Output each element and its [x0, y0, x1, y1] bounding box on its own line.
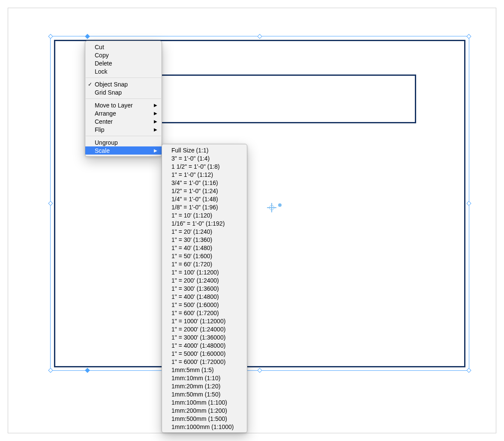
menu-item-label: Move to Layer — [95, 102, 154, 109]
scale-option[interactable]: 1mm:500mm (1:500) — [162, 414, 247, 423]
menu-item-label: 3/4" = 1'-0" (1:16) — [171, 179, 239, 186]
scale-option[interactable]: 1/4" = 1'-0" (1:48) — [162, 195, 247, 203]
scale-option[interactable]: Full Size (1:1) — [162, 146, 247, 154]
menu-item-label: Scale — [95, 147, 154, 154]
menu-item-label: 1mm:100mm (1:100) — [171, 399, 239, 406]
menu-item-label: Center — [95, 118, 154, 125]
menu-item-label: 1mm:200mm (1:200) — [171, 407, 239, 414]
app-window: Cut Copy Delete Lock ✓Object Snap Grid S… — [8, 8, 496, 433]
scale-option[interactable]: 1" = 40' (1:480) — [162, 244, 247, 252]
scale-option[interactable]: 1/2" = 1'-0" (1:24) — [162, 187, 247, 195]
selection-handle[interactable] — [257, 368, 262, 372]
menu-item-label: 1" = 4000' (1:48000) — [171, 342, 239, 349]
scale-option[interactable]: 1" = 2000' (1:24000) — [162, 325, 247, 333]
menu-item-lock[interactable]: Lock — [85, 67, 162, 75]
scale-option[interactable]: 1" = 300' (1:3600) — [162, 284, 247, 292]
scale-option[interactable]: 1" = 400' (1:4800) — [162, 292, 247, 301]
scale-option[interactable]: 1mm:100mm (1:100) — [162, 398, 247, 406]
menu-separator — [86, 98, 161, 99]
menu-item-move-to-layer[interactable]: Move to Layer▶ — [85, 101, 162, 109]
scale-option[interactable]: 1mm:10mm (1:10) — [162, 374, 247, 382]
scale-option[interactable]: 3/4" = 1'-0" (1:16) — [162, 179, 247, 187]
menu-item-label: 1" = 100' (1:1200) — [171, 269, 239, 276]
menu-item-flip[interactable]: Flip▶ — [85, 125, 162, 134]
menu-separator — [86, 77, 161, 78]
menu-item-cut[interactable]: Cut — [85, 43, 162, 51]
scale-option[interactable]: 1" = 100' (1:1200) — [162, 268, 247, 276]
menu-item-label: Delete — [95, 60, 154, 67]
selection-handle[interactable] — [466, 201, 471, 206]
rotate-handle[interactable] — [85, 368, 90, 372]
submenu-arrow-icon: ▶ — [154, 127, 157, 132]
menu-item-label: 1" = 40' (1:480) — [171, 244, 239, 251]
menu-item-label: Arrange — [95, 110, 154, 117]
scale-option[interactable]: 3" = 1'-0" (1:4) — [162, 154, 247, 162]
origin-point-icon — [278, 203, 282, 207]
scale-option[interactable]: 1" = 60' (1:720) — [162, 260, 247, 268]
scale-option[interactable]: 1" = 6000' (1:72000) — [162, 358, 247, 366]
menu-item-object-snap[interactable]: ✓Object Snap — [85, 80, 162, 88]
selection-handle[interactable] — [48, 201, 53, 206]
menu-item-center[interactable]: Center▶ — [85, 117, 162, 125]
scale-option[interactable]: 1" = 10' (1:120) — [162, 211, 247, 219]
selection-handle[interactable] — [48, 368, 53, 372]
menu-item-label: Copy — [95, 52, 154, 59]
menu-item-label: 1" = 50' (1:600) — [171, 253, 239, 259]
rotate-handle[interactable] — [85, 34, 90, 39]
menu-item-ungroup[interactable]: Ungroup — [85, 138, 162, 146]
menu-item-label: Cut — [95, 44, 154, 51]
menu-item-label: 1/4" = 1'-0" (1:48) — [171, 196, 239, 203]
menu-item-label: 1" = 10' (1:120) — [171, 212, 239, 219]
scale-option[interactable]: 1mm:20mm (1:20) — [162, 382, 247, 390]
scale-option[interactable]: 1mm:50mm (1:50) — [162, 390, 247, 398]
submenu-arrow-icon: ▶ — [154, 119, 157, 124]
menu-item-label: 1" = 6000' (1:72000) — [171, 358, 239, 365]
menu-item-delete[interactable]: Delete — [85, 59, 162, 67]
selection-handle[interactable] — [466, 34, 471, 39]
selection-handle[interactable] — [48, 34, 53, 39]
menu-item-label: Flip — [95, 126, 154, 133]
scale-option[interactable]: 1" = 5000' (1:60000) — [162, 349, 247, 358]
menu-item-label: Full Size (1:1) — [171, 147, 239, 154]
menu-item-label: 1mm:1000mm (1:1000) — [171, 423, 239, 430]
scale-option[interactable]: 1" = 3000' (1:36000) — [162, 333, 247, 341]
scale-option[interactable]: 1" = 1'-0" (1:12) — [162, 170, 247, 179]
menu-item-label: Ungroup — [95, 139, 154, 146]
submenu-arrow-icon: ▶ — [154, 148, 157, 153]
menu-item-label: 1" = 30' (1:360) — [171, 236, 239, 243]
menu-item-label: 1/16" = 1'-0" (1:192) — [171, 220, 239, 227]
menu-item-label: 1" = 400' (1:4800) — [171, 293, 239, 300]
scale-option[interactable]: 1mm:5mm (1:5) — [162, 366, 247, 374]
menu-item-label: 1mm:5mm (1:5) — [171, 367, 239, 373]
scale-submenu[interactable]: Full Size (1:1)3" = 1'-0" (1:4)1 1/2" = … — [162, 144, 247, 433]
menu-item-label: Lock — [95, 68, 154, 75]
scale-option[interactable]: 1 1/2" = 1'-0" (1:8) — [162, 162, 247, 170]
context-menu[interactable]: Cut Copy Delete Lock ✓Object Snap Grid S… — [85, 41, 162, 157]
scale-option[interactable]: 1/8" = 1'-0" (1:96) — [162, 203, 247, 211]
menu-item-label: 1" = 1'-0" (1:12) — [171, 171, 239, 178]
check-icon: ✓ — [85, 81, 95, 87]
scale-option[interactable]: 1/16" = 1'-0" (1:192) — [162, 219, 247, 227]
selection-handle[interactable] — [257, 34, 262, 39]
submenu-arrow-icon: ▶ — [154, 111, 157, 116]
menu-item-grid-snap[interactable]: Grid Snap — [85, 88, 162, 96]
menu-item-label: 1" = 60' (1:720) — [171, 261, 239, 268]
menu-item-arrange[interactable]: Arrange▶ — [85, 109, 162, 117]
scale-option[interactable]: 1" = 1000' (1:12000) — [162, 317, 247, 325]
menu-item-label: 1mm:50mm (1:50) — [171, 391, 239, 398]
scale-option[interactable]: 1" = 30' (1:360) — [162, 235, 247, 244]
scale-option[interactable]: 1" = 500' (1:6000) — [162, 301, 247, 309]
menu-item-label: 1" = 3000' (1:36000) — [171, 334, 239, 341]
scale-option[interactable]: 1" = 600' (1:7200) — [162, 309, 247, 317]
scale-option[interactable]: 1" = 50' (1:600) — [162, 252, 247, 260]
scale-option[interactable]: 1mm:1000mm (1:1000) — [162, 423, 247, 431]
menu-item-copy[interactable]: Copy — [85, 51, 162, 59]
menu-item-label: 1" = 20' (1:240) — [171, 228, 239, 235]
selection-handle[interactable] — [466, 368, 471, 372]
scale-option[interactable]: 1" = 4000' (1:48000) — [162, 341, 247, 349]
scale-option[interactable]: 1mm:200mm (1:200) — [162, 406, 247, 414]
menu-item-scale[interactable]: Scale▶ — [85, 146, 162, 155]
scale-option[interactable]: 1" = 200' (1:2400) — [162, 276, 247, 284]
menu-item-label: 1mm:500mm (1:500) — [171, 415, 239, 422]
scale-option[interactable]: 1" = 20' (1:240) — [162, 227, 247, 235]
